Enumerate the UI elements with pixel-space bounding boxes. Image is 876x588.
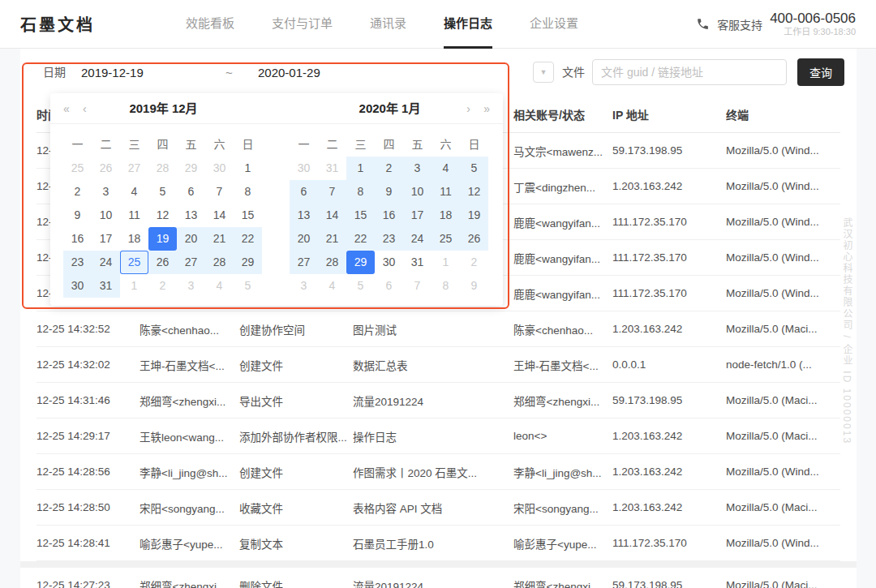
day-cell[interactable]: 6 [375,274,403,298]
day-cell[interactable]: 2 [460,251,488,274]
day-cell[interactable]: 5 [346,274,375,298]
day-cell[interactable]: 31 [92,274,120,298]
day-cell[interactable]: 13 [290,204,318,227]
file-guid-input[interactable] [592,59,787,85]
day-cell[interactable]: 26 [148,251,177,274]
day-cell[interactable]: 15 [234,204,262,227]
day-cell[interactable]: 9 [63,204,92,227]
day-cell[interactable]: 12 [148,204,177,227]
day-cell[interactable]: 6 [177,180,205,204]
day-cell[interactable]: 26 [92,157,120,180]
day-cell[interactable]: 20 [290,227,318,251]
nav-tab-payments[interactable]: 支付与订单 [272,0,333,49]
day-cell[interactable]: 5 [148,180,177,204]
day-cell[interactable]: 2 [148,274,177,298]
day-cell[interactable]: 27 [120,157,148,180]
day-cell[interactable]: 10 [403,180,432,204]
file-filter-label: 文件 [562,49,585,96]
day-cell[interactable]: 1 [120,274,148,298]
weekday-label: 二 [92,132,120,157]
day-cell[interactable]: 4 [318,274,346,298]
day-cell[interactable]: 5 [460,157,488,180]
day-cell[interactable]: 25 [120,251,148,274]
day-cell[interactable]: 6 [290,180,318,204]
day-cell[interactable]: 3 [92,180,120,204]
date-range-input[interactable]: 2019-12-19 ~ 2020-01-29 [71,57,522,88]
day-cell[interactable]: 31 [403,251,432,274]
day-cell[interactable]: 16 [63,227,92,251]
day-cell[interactable]: 5 [234,274,262,298]
nav-tab-contacts[interactable]: 通讯录 [370,0,406,49]
day-cell[interactable]: 7 [318,180,346,204]
day-cell[interactable]: 24 [92,251,120,274]
date-start-value[interactable]: 2019-12-19 [81,66,225,79]
day-cell[interactable]: 3 [177,274,205,298]
next-year-icon[interactable]: » [483,93,490,124]
day-cell[interactable]: 28 [318,251,346,274]
day-cell[interactable]: 31 [318,157,346,180]
day-cell[interactable]: 17 [92,227,120,251]
day-cell[interactable]: 24 [403,227,432,251]
day-cell[interactable]: 21 [205,227,234,251]
day-cell[interactable]: 22 [234,227,262,251]
day-cell[interactable]: 14 [205,204,234,227]
day-cell[interactable]: 20 [177,227,205,251]
day-cell[interactable]: 27 [177,251,205,274]
day-cell[interactable]: 22 [346,227,375,251]
day-cell[interactable]: 23 [375,227,403,251]
day-cell[interactable]: 4 [205,274,234,298]
day-cell[interactable]: 15 [346,204,375,227]
day-cell[interactable]: 8 [432,274,460,298]
day-cell[interactable]: 11 [432,180,460,204]
day-cell[interactable]: 19 [460,204,488,227]
day-cell[interactable]: 28 [205,251,234,274]
day-cell[interactable]: 3 [290,274,318,298]
day-cell[interactable]: 18 [120,227,148,251]
day-cell[interactable]: 9 [460,274,488,298]
day-cell[interactable]: 23 [63,251,92,274]
day-cell[interactable]: 14 [318,204,346,227]
day-cell[interactable]: 17 [403,204,432,227]
day-cell[interactable]: 29 [234,251,262,274]
day-cell[interactable]: 30 [290,157,318,180]
day-cell[interactable]: 1 [346,157,375,180]
day-cell[interactable]: 29 [346,251,375,274]
day-cell[interactable]: 2 [375,157,403,180]
day-cell[interactable]: 26 [460,227,488,251]
day-cell[interactable]: 1 [432,251,460,274]
day-cell[interactable]: 28 [148,157,177,180]
day-cell[interactable]: 30 [63,274,92,298]
day-cell[interactable]: 13 [177,204,205,227]
nav-tab-enterprise-settings[interactable]: 企业设置 [530,0,578,49]
day-cell[interactable]: 30 [205,157,234,180]
search-button[interactable]: 查询 [797,58,844,86]
date-end-value[interactable]: 2020-01-29 [258,66,320,79]
day-cell[interactable]: 25 [63,157,92,180]
date-preset-dropdown[interactable]: ▼ [533,62,554,83]
day-cell[interactable]: 11 [120,204,148,227]
day-cell[interactable]: 1 [234,157,262,180]
day-cell[interactable]: 10 [92,204,120,227]
day-cell[interactable]: 4 [120,180,148,204]
day-cell[interactable]: 21 [318,227,346,251]
table-cell: 111.172.35.170 [612,216,726,228]
day-cell[interactable]: 8 [346,180,375,204]
day-cell[interactable]: 2 [63,180,92,204]
nav-tab-dashboard[interactable]: 效能看板 [186,0,234,49]
day-cell[interactable]: 25 [432,227,460,251]
next-month-icon[interactable]: › [466,93,470,124]
day-cell[interactable]: 12 [460,180,488,204]
day-cell[interactable]: 9 [375,180,403,204]
day-cell[interactable]: 27 [290,251,318,274]
day-cell[interactable]: 30 [375,251,403,274]
day-cell[interactable]: 19 [148,227,177,251]
day-cell[interactable]: 29 [177,157,205,180]
day-cell[interactable]: 18 [432,204,460,227]
day-cell[interactable]: 3 [403,157,432,180]
day-cell[interactable]: 16 [375,204,403,227]
nav-tab-operation-log[interactable]: 操作日志 [444,0,492,49]
day-cell[interactable]: 7 [403,274,432,298]
day-cell[interactable]: 8 [234,180,262,204]
day-cell[interactable]: 7 [205,180,234,204]
day-cell[interactable]: 4 [432,157,460,180]
